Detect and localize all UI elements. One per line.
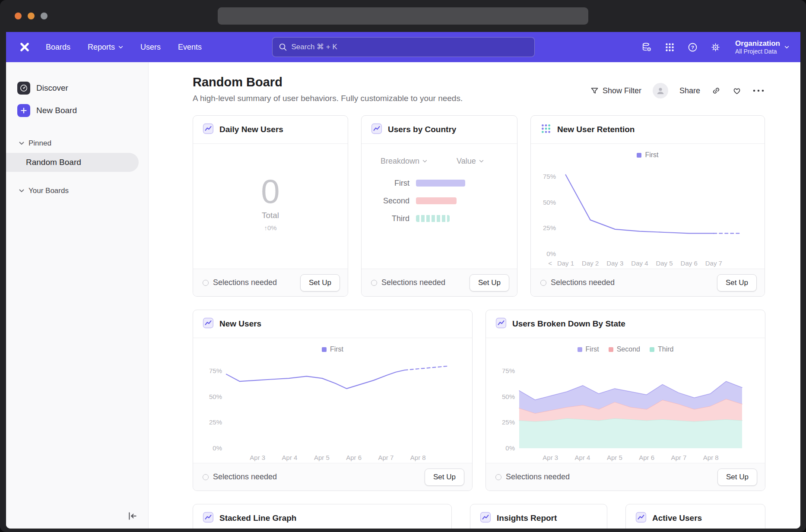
status: Selections needed [203,472,277,481]
cards-grid: Daily New Users 0 Total ↑0% [193,115,800,529]
nav-item-users[interactable]: Users [140,43,161,52]
plus-icon [17,104,30,117]
avatar[interactable] [653,83,668,98]
sidebar-item-label: Discover [36,83,68,93]
value-dropdown[interactable]: Value [457,157,484,166]
svg-text:Day 5: Day 5 [656,260,673,267]
board-actions: Show Filter Share [590,83,764,98]
legend-label: First [645,151,658,159]
insights-chart-icon [495,317,507,330]
more-options-button[interactable] [753,89,764,92]
legend-item[interactable]: First [637,151,658,159]
svg-text:Day 2: Day 2 [582,260,599,267]
new-board-button[interactable]: New Board [6,99,148,122]
card-header: Active Users [626,504,765,529]
legend-item[interactable]: Second [609,345,640,353]
breakdown-dropdown[interactable]: Breakdown [381,157,427,166]
share-button[interactable]: Share [679,86,700,95]
favorite-button[interactable] [732,86,742,95]
svg-text:0%: 0% [505,444,515,452]
maximize-button[interactable] [41,13,48,19]
card-users-by-state[interactable]: Users Broken Down By State FirstSecondTh… [486,310,765,491]
global-search[interactable] [272,37,535,57]
card-stacked-line-graph[interactable]: Stacked Line Graph [193,504,452,529]
svg-text:Day 7: Day 7 [705,260,722,267]
svg-text:Apr 3: Apr 3 [250,454,265,461]
nav-item-label: Boards [46,43,70,52]
svg-text:Day 3: Day 3 [606,260,623,267]
chart-legend: FirstSecondThird [486,338,765,353]
set-up-button[interactable]: Set Up [470,274,509,291]
org-switcher[interactable]: Organization All Project Data [735,39,789,56]
stat-label: Total [262,211,279,220]
user-icon [656,86,665,95]
card-title: Active Users [652,513,702,523]
sidebar-item-discover[interactable]: Discover [6,77,148,99]
minimize-button[interactable] [28,13,35,19]
nav-item-boards[interactable]: Boards [46,43,70,52]
org-name: Organization [735,39,780,48]
legend-swatch-icon [578,347,582,352]
settings-gear-icon[interactable] [710,41,721,53]
nav-item-reports[interactable]: Reports [88,43,123,52]
card-new-user-retention[interactable]: New User Retention First 75%50%25%0%Day … [530,115,765,297]
card-footer: Selections needed Set Up [193,463,472,491]
breakdown-label: Breakdown [381,157,419,166]
set-up-button[interactable]: Set Up [717,274,757,291]
close-button[interactable] [15,13,22,19]
legend-swatch-icon [650,347,654,352]
svg-text:75%: 75% [502,367,515,374]
card-header: New User Retention [531,116,765,144]
svg-text:Apr 5: Apr 5 [314,454,330,461]
set-up-button[interactable]: Set Up [717,469,757,486]
retention-line-chart: 75%50%25%0%Day 1Day 2Day 3Day 4Day 5Day … [538,161,758,269]
card-insights-report[interactable]: Insights Report [470,504,607,529]
nav-item-label: Events [178,43,202,52]
url-bar[interactable] [218,7,588,25]
main-content: Random Board A high-level summary of use… [149,62,800,529]
board-title-block: Random Board A high-level summary of use… [193,75,463,103]
big-stat: 0 Total ↑0% [193,140,348,265]
sidebar-item-random-board[interactable]: Random Board [6,153,139,172]
sidebar-section-your-boards[interactable]: Your Boards [6,183,148,199]
copy-link-button[interactable] [711,86,721,95]
svg-text:50%: 50% [543,199,555,206]
help-icon[interactable]: ? [687,41,698,53]
chart-legend: First [531,144,765,159]
legend-item[interactable]: First [322,345,343,353]
card-title: Users by Country [388,125,456,134]
section-label: Pinned [29,139,51,148]
data-management-icon[interactable] [641,41,652,53]
app-window: Boards Reports Users Events [0,0,806,532]
collapse-sidebar-button[interactable] [127,511,138,521]
set-up-button[interactable]: Set Up [425,469,464,486]
sidebar-section-pinned[interactable]: Pinned [6,136,148,151]
card-new-users[interactable]: New Users First 75%50%25%0%Apr 3Apr 4Apr… [193,310,473,491]
card-active-users[interactable]: Active Users [625,504,765,529]
status-text: Selections needed [551,278,615,287]
insights-chart-icon [371,123,382,136]
country-row-label: First [362,179,416,188]
card-title: Daily New Users [219,125,283,134]
legend-label: First [330,345,343,353]
search-input[interactable] [292,43,528,51]
card-body: First 75%50%25%0%Day 1Day 2Day 3Day 4Day… [531,144,765,269]
mixpanel-logo[interactable] [18,41,31,54]
stat-delta: ↑0% [264,224,276,231]
nav-item-label: Users [140,43,161,52]
status-text: Selections needed [213,472,277,481]
nav-item-events[interactable]: Events [178,43,202,52]
apps-grid-icon[interactable] [664,41,675,53]
legend-item[interactable]: Third [650,345,673,353]
card-header: Insights Report [470,504,607,529]
svg-text:<: < [548,260,552,267]
chevron-down-icon [118,46,123,49]
set-up-button[interactable]: Set Up [300,274,340,291]
svg-text:25%: 25% [502,418,515,426]
card-daily-new-users[interactable]: Daily New Users 0 Total ↑0% [193,115,348,297]
cards-row-3: Stacked Line Graph Insights Report [193,504,800,529]
board-name: Random Board [26,158,81,167]
legend-item[interactable]: First [578,345,599,353]
card-users-by-country[interactable]: Users by Country Breakdown Value [361,115,517,297]
show-filter-button[interactable]: Show Filter [590,86,641,95]
